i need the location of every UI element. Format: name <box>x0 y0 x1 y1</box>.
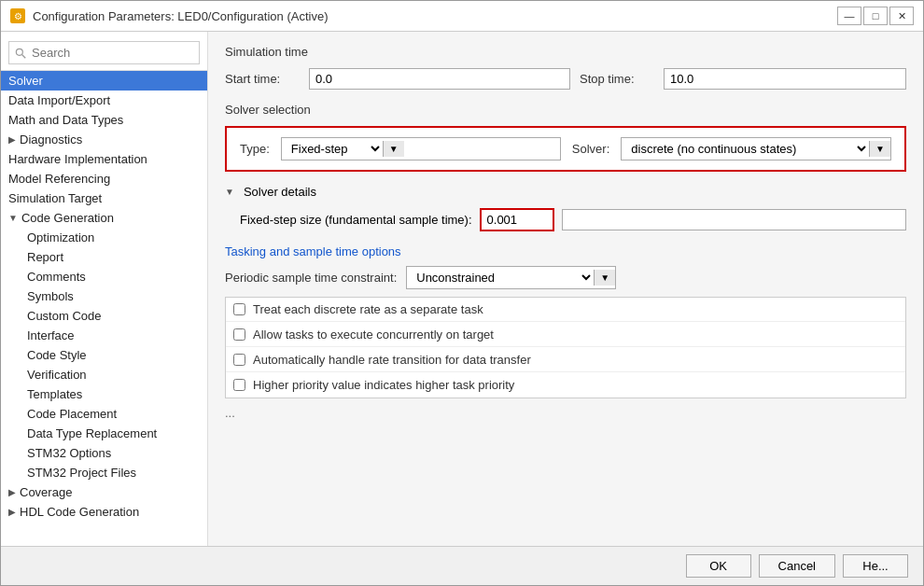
sidebar-item-data-import-export[interactable]: Data Import/Export <box>1 91 207 110</box>
sidebar-item-hdl-code-generation[interactable]: ▶ HDL Code Generation <box>1 502 207 522</box>
title-bar: ⚙ Configuration Parameters: LED0/Configu… <box>1 1 923 32</box>
higher-priority-label[interactable]: Higher priority value indicates higher t… <box>253 378 514 392</box>
higher-priority-checkbox[interactable] <box>233 379 245 391</box>
sidebar-item-solver[interactable]: Solver <box>1 71 207 91</box>
fixed-step-row: Fixed-step size (fundamental sample time… <box>240 208 906 231</box>
periodic-dropdown-arrow[interactable]: ▼ <box>594 270 615 286</box>
solver-selection-title: Solver selection <box>225 103 906 117</box>
sidebar-item-code-generation[interactable]: ▼ Code Generation <box>1 208 207 228</box>
triangle-right-icon: ▶ <box>8 134 16 145</box>
sidebar: Solver Data Import/Export Math and Data … <box>1 32 208 546</box>
allow-concurrent-label[interactable]: Allow tasks to execute concurrently on t… <box>253 328 494 342</box>
simulation-time-row: Start time: Stop time: <box>225 68 906 90</box>
solver-details-header[interactable]: ▼ Solver details <box>225 185 906 199</box>
sidebar-item-diagnostics[interactable]: ▶ Diagnostics <box>1 130 207 149</box>
help-button[interactable]: He... <box>843 554 908 578</box>
solver-selection-box: Type: Fixed-step Variable-step ▼ Solver:… <box>225 126 906 172</box>
treat-discrete-label[interactable]: Treat each discrete rate as a separate t… <box>253 302 483 316</box>
sidebar-item-report[interactable]: Report <box>1 247 207 267</box>
solver-details-triangle: ▼ <box>225 187 234 197</box>
search-bar <box>1 35 207 71</box>
window-title: Configuration Parameters: LED0/Configura… <box>33 9 328 23</box>
auto-rate-checkbox[interactable] <box>233 354 245 366</box>
sidebar-item-custom-code[interactable]: Custom Code <box>1 306 207 326</box>
sidebar-item-math-data-types[interactable]: Math and Data Types <box>1 110 207 130</box>
checkbox-row-treat-discrete: Treat each discrete rate as a separate t… <box>226 298 905 322</box>
fixed-step-extra-input[interactable] <box>562 209 906 230</box>
minimize-button[interactable]: — <box>837 7 861 25</box>
tasking-title: Tasking and sample time options <box>225 244 906 258</box>
sidebar-item-verification[interactable]: Verification <box>1 365 207 384</box>
sidebar-item-code-placement[interactable]: Code Placement <box>1 404 207 424</box>
app-icon: ⚙ <box>10 8 25 23</box>
sidebar-item-stm32-project-files[interactable]: STM32 Project Files <box>1 463 207 482</box>
bottom-bar: OK Cancel He... <box>1 546 923 585</box>
sidebar-item-optimization[interactable]: Optimization <box>1 228 207 247</box>
main-window: ⚙ Configuration Parameters: LED0/Configu… <box>0 0 924 586</box>
periodic-select[interactable]: Unconstrained Specified <box>407 267 594 288</box>
tasking-checkboxes-box: Treat each discrete rate as a separate t… <box>225 297 906 398</box>
triangle-right-icon-2: ▶ <box>8 487 16 497</box>
treat-discrete-checkbox[interactable] <box>233 303 245 315</box>
stop-time-label: Stop time: <box>580 72 654 86</box>
checkbox-row-allow-concurrent: Allow tasks to execute concurrently on t… <box>226 323 905 347</box>
sidebar-item-model-referencing[interactable]: Model Referencing <box>1 169 207 188</box>
triangle-right-icon-3: ▶ <box>8 507 16 517</box>
checkbox-row-auto-rate: Automatically handle rate transition for… <box>226 348 905 372</box>
cancel-button[interactable]: Cancel <box>759 554 835 578</box>
sidebar-item-comments[interactable]: Comments <box>1 267 207 286</box>
stop-time-input[interactable] <box>664 68 906 90</box>
auto-rate-label[interactable]: Automatically handle rate transition for… <box>253 353 531 367</box>
ok-button[interactable]: OK <box>686 554 751 578</box>
type-label: Type: <box>240 142 270 156</box>
fixed-step-input[interactable] <box>480 208 554 231</box>
sidebar-item-templates[interactable]: Templates <box>1 384 207 404</box>
solver-dropdown[interactable]: discrete (no continuous states) ode1 (Eu… <box>621 137 891 160</box>
type-select[interactable]: Fixed-step Variable-step <box>282 138 383 160</box>
window-controls: — □ ✕ <box>837 7 914 25</box>
sidebar-item-simulation-target[interactable]: Simulation Target <box>1 188 207 208</box>
type-dropdown[interactable]: Fixed-step Variable-step ▼ <box>281 137 561 160</box>
triangle-down-icon: ▼ <box>8 213 18 223</box>
periodic-label: Periodic sample time constraint: <box>225 271 397 285</box>
close-button[interactable]: ✕ <box>889 7 914 25</box>
periodic-dropdown[interactable]: Unconstrained Specified ▼ <box>406 266 616 289</box>
sidebar-item-symbols[interactable]: Symbols <box>1 286 207 306</box>
checkbox-row-higher-priority: Higher priority value indicates higher t… <box>226 373 905 397</box>
allow-concurrent-checkbox[interactable] <box>233 328 245 341</box>
periodic-row: Periodic sample time constraint: Unconst… <box>225 266 906 289</box>
sidebar-item-code-style[interactable]: Code Style <box>1 345 207 365</box>
solver-label: Solver: <box>572 142 609 156</box>
fixed-step-label: Fixed-step size (fundamental sample time… <box>240 213 472 227</box>
sidebar-item-interface[interactable]: Interface <box>1 326 207 345</box>
search-input[interactable] <box>8 41 200 64</box>
sidebar-item-coverage[interactable]: ▶ Coverage <box>1 482 207 502</box>
main-content: Solver Data Import/Export Math and Data … <box>1 32 923 546</box>
simulation-time-title: Simulation time <box>225 45 906 59</box>
solver-dropdown-arrow[interactable]: ▼ <box>869 141 890 157</box>
type-dropdown-arrow[interactable]: ▼ <box>383 141 404 157</box>
ellipsis: ... <box>225 406 906 420</box>
start-time-input[interactable] <box>309 68 570 90</box>
title-bar-left: ⚙ Configuration Parameters: LED0/Configu… <box>10 8 328 23</box>
maximize-button[interactable]: □ <box>863 7 888 25</box>
solver-details-title: Solver details <box>244 185 316 199</box>
solver-type-row: Type: Fixed-step Variable-step ▼ Solver:… <box>240 137 891 160</box>
solver-details-body: Fixed-step size (fundamental sample time… <box>240 208 906 231</box>
sidebar-item-hardware-implementation[interactable]: Hardware Implementation <box>1 149 207 169</box>
sidebar-item-stm32-options[interactable]: STM32 Options <box>1 443 207 463</box>
solver-select[interactable]: discrete (no continuous states) ode1 (Eu… <box>622 138 869 160</box>
sidebar-item-data-type-replacement[interactable]: Data Type Replacement <box>1 424 207 443</box>
right-panel: Simulation time Start time: Stop time: S… <box>208 32 923 546</box>
start-time-label: Start time: <box>225 72 300 86</box>
